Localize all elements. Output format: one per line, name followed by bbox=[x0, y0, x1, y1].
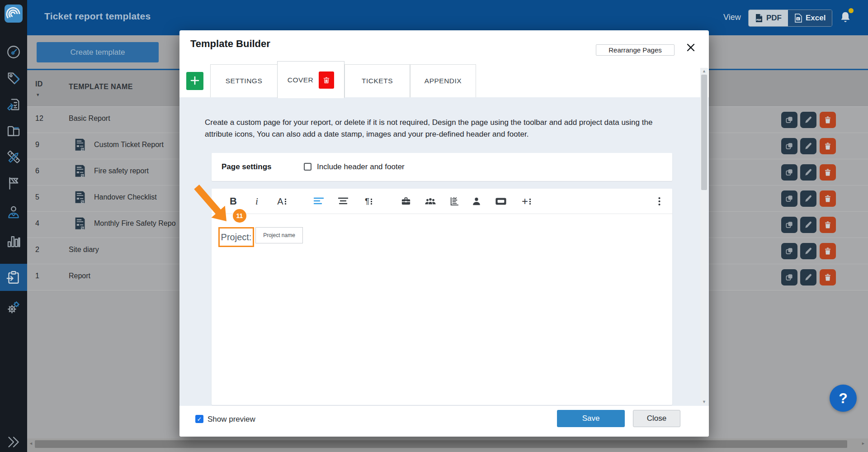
save-button[interactable]: Save bbox=[557, 410, 625, 427]
copy-template-button[interactable] bbox=[781, 190, 797, 207]
paragraph-button[interactable]: ¶ bbox=[361, 194, 376, 209]
edit-pencil-icon bbox=[805, 222, 811, 228]
sidebar-item-settings[interactable] bbox=[0, 294, 27, 320]
sidebar-item-tags[interactable] bbox=[0, 65, 27, 91]
sidebar-item-dashboard[interactable] bbox=[0, 39, 27, 65]
add-page-tab-button[interactable] bbox=[186, 72, 203, 90]
copy-template-button[interactable] bbox=[781, 138, 797, 154]
row-id: 4 bbox=[35, 219, 39, 228]
scroll-left-icon[interactable]: ◄ bbox=[29, 441, 33, 446]
edit-pencil-icon bbox=[805, 117, 811, 123]
tab-tickets[interactable]: TICKETS bbox=[344, 64, 410, 97]
row-name: Monthly Fire Safety Repo bbox=[94, 219, 176, 228]
edit-pencil-icon bbox=[805, 143, 811, 149]
copy-template-button[interactable] bbox=[781, 217, 797, 233]
align-center-button[interactable] bbox=[336, 194, 350, 209]
copy-template-button[interactable] bbox=[781, 112, 797, 128]
edit-template-button[interactable] bbox=[800, 164, 816, 181]
edit-template-button[interactable] bbox=[800, 217, 816, 233]
copy-icon bbox=[788, 195, 793, 200]
trash-icon bbox=[322, 76, 330, 85]
edit-template-button[interactable] bbox=[800, 112, 816, 128]
sidebar-collapse[interactable] bbox=[0, 429, 27, 452]
edit-template-button[interactable] bbox=[800, 243, 816, 259]
show-preview-label: Show preview bbox=[208, 415, 255, 424]
delete-template-button[interactable] bbox=[820, 164, 836, 181]
sidebar-item-flags[interactable] bbox=[0, 170, 27, 196]
rearrange-pages-button[interactable]: Rearrange Pages bbox=[596, 44, 675, 56]
scroll-up-icon[interactable]: ▲ bbox=[700, 69, 708, 73]
sidebar-item-statistics[interactable] bbox=[0, 228, 27, 254]
tag-icon bbox=[6, 71, 21, 86]
report-template-icon bbox=[74, 138, 86, 152]
sidebar-item-people[interactable] bbox=[0, 199, 27, 225]
row-id: 1 bbox=[35, 272, 39, 280]
cover-description: Create a custom page for your report, or… bbox=[205, 117, 675, 140]
excel-view-button[interactable]: x Excel bbox=[788, 10, 832, 26]
help-button[interactable]: ? bbox=[830, 385, 857, 412]
column-header-id[interactable]: ID bbox=[35, 80, 43, 88]
align-center-icon bbox=[338, 197, 349, 206]
row-id: 2 bbox=[35, 246, 39, 254]
dropdown-dots-icon bbox=[285, 198, 286, 205]
copy-template-button[interactable] bbox=[781, 164, 797, 181]
delete-template-button[interactable] bbox=[820, 190, 836, 207]
vertical-scrollbar-thumb[interactable] bbox=[701, 75, 707, 190]
close-icon[interactable] bbox=[686, 43, 696, 53]
sidebar-item-audits[interactable] bbox=[0, 91, 27, 118]
project-name-attribute-chip[interactable]: Project name bbox=[255, 227, 303, 243]
sidebar-item-folders[interactable] bbox=[0, 118, 27, 144]
copy-template-button[interactable] bbox=[781, 243, 797, 259]
attribute-team-button[interactable] bbox=[423, 194, 438, 209]
attribute-chart-button[interactable] bbox=[448, 194, 461, 209]
edit-template-button[interactable] bbox=[800, 190, 816, 207]
delete-template-button[interactable] bbox=[820, 217, 836, 233]
row-name: Fire safety report bbox=[94, 167, 149, 175]
include-header-footer-checkbox[interactable] bbox=[304, 163, 311, 171]
delete-trash-icon bbox=[825, 274, 830, 281]
app-logo[interactable] bbox=[5, 5, 23, 23]
delete-template-button[interactable] bbox=[820, 269, 836, 285]
create-template-button[interactable]: Create template bbox=[37, 42, 159, 62]
check-icon: ✓ bbox=[197, 416, 202, 423]
annotation-step-badge: 11 bbox=[233, 209, 246, 223]
delete-template-button[interactable] bbox=[820, 112, 836, 128]
tab-appendix[interactable]: APPENDIX bbox=[410, 64, 476, 97]
delete-template-button[interactable] bbox=[820, 243, 836, 259]
sidebar-item-reports-active[interactable] bbox=[0, 264, 27, 291]
sidebar-item-measure[interactable] bbox=[0, 144, 27, 170]
edit-template-button[interactable] bbox=[800, 138, 816, 154]
italic-button[interactable]: i bbox=[251, 194, 262, 209]
row-id: 6 bbox=[35, 167, 39, 175]
editor-overflow-button[interactable] bbox=[655, 194, 664, 209]
edit-template-button[interactable] bbox=[800, 269, 816, 285]
modal-vertical-scrollbar[interactable]: ▲ ▼ bbox=[700, 68, 708, 405]
tab-settings[interactable]: SETTINGS bbox=[210, 64, 278, 97]
attribute-ticket-button[interactable] bbox=[494, 194, 508, 209]
tab-cover-active[interactable]: COVER bbox=[277, 61, 344, 98]
show-preview-checkbox[interactable]: ✓ bbox=[195, 415, 203, 423]
scroll-down-icon[interactable]: ▼ bbox=[700, 400, 708, 404]
ticket-card-icon bbox=[495, 197, 507, 206]
delete-template-button[interactable] bbox=[820, 138, 836, 154]
copy-template-button[interactable] bbox=[781, 269, 797, 285]
add-attribute-button[interactable]: + bbox=[518, 194, 534, 209]
close-button[interactable]: Close bbox=[633, 410, 680, 427]
row-name: Report bbox=[69, 272, 90, 280]
font-size-button[interactable]: A bbox=[274, 194, 289, 209]
project-label-field[interactable]: Project: bbox=[218, 227, 254, 247]
align-left-button[interactable] bbox=[312, 194, 326, 209]
pdf-view-button[interactable]: PDF PDF bbox=[749, 10, 788, 26]
settings-gears-icon bbox=[6, 300, 21, 315]
sort-caret-icon[interactable]: ▾ bbox=[37, 92, 39, 98]
copy-icon bbox=[788, 274, 793, 278]
scroll-right-icon[interactable]: ► bbox=[861, 441, 865, 446]
horizontal-scrollbar-thumb[interactable] bbox=[35, 440, 847, 448]
attribute-briefcase-button[interactable] bbox=[399, 194, 413, 209]
attribute-person-button[interactable] bbox=[470, 194, 483, 209]
column-header-name[interactable]: TEMPLATE NAME bbox=[69, 83, 133, 91]
pdf-file-icon: PDF bbox=[755, 14, 763, 23]
chart-signature-icon bbox=[449, 197, 459, 206]
horizontal-scrollbar[interactable]: ◄ ► bbox=[27, 438, 868, 452]
delete-page-button[interactable] bbox=[319, 71, 334, 89]
